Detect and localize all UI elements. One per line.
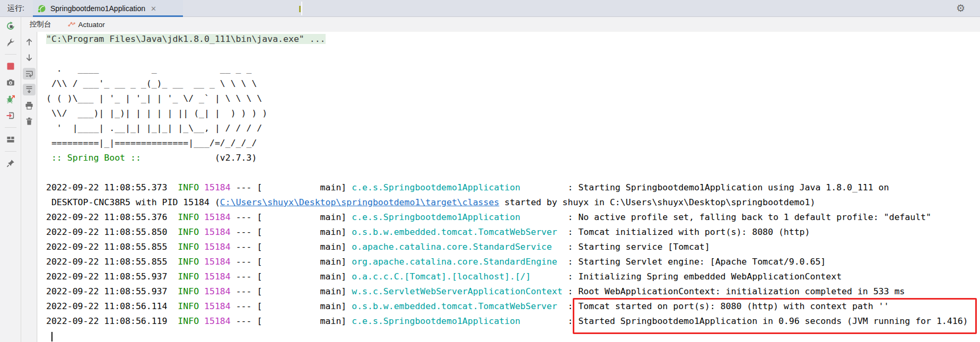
console-output[interactable]: "C:\Program Files\Java\jdk1.8.0_111\bin\… (38, 32, 980, 342)
spring-banner-line: /\\ / ___'_ __ _ _(_)_ __ __ _ \ \ \ \ (46, 76, 980, 91)
close-icon[interactable]: ✕ (151, 5, 156, 13)
log-line: 2022-09-22 11:08:55.937 INFO 15184 --- [… (46, 269, 980, 284)
wrench-icon[interactable] (4, 37, 17, 48)
rerun-button[interactable] (4, 20, 17, 32)
restart-debug-bug-icon[interactable] (4, 93, 17, 105)
file-link[interactable]: C:\Users\shuyx\Desktop\springbootdemo1\t… (220, 197, 500, 207)
run-tool-window-header: 运行: Springbootdemo1Application ✕ ⚙ (0, 0, 980, 17)
run-tab-springbootdemo1application[interactable]: Springbootdemo1Application ✕ (33, 0, 183, 17)
log-line: 2022-09-22 11:08:55.376 INFO 15184 --- [… (46, 210, 980, 225)
layout-settings-icon[interactable] (4, 134, 17, 145)
console-gutter-toolbar (21, 32, 37, 342)
gear-icon[interactable]: ⚙ (956, 2, 965, 14)
toolbar-divider (5, 151, 16, 152)
log-line: 2022-09-22 11:08:55.855 INFO 15184 --- [… (46, 255, 980, 269)
tab-console-label: 控制台 (30, 20, 51, 29)
log-line: 2022-09-22 11:08:56.119 INFO 15184 --- [… (46, 314, 980, 329)
log-wrap-line: DESKTOP-CNC38R5 with PID 15184 (C:\Users… (46, 195, 980, 210)
console-view-tabs: 控制台 Actuator (21, 17, 980, 32)
run-toolbar (0, 17, 21, 342)
pin-icon[interactable] (4, 157, 17, 169)
tab-strip-caret (299, 6, 301, 12)
spring-banner-footer: :: Spring Boot :: (v2.7.3) (46, 151, 980, 165)
log-line: 2022-09-22 11:08:56.114 INFO 15184 --- [… (46, 299, 980, 314)
blank-line (46, 47, 980, 62)
stop-button[interactable] (4, 60, 17, 72)
log-line: 2022-09-22 11:08:55.937 INFO 15184 --- [… (46, 284, 980, 299)
tab-actuator-label: Actuator (78, 21, 105, 29)
tab-console[interactable]: 控制台 (30, 17, 51, 32)
toolbar-divider (5, 127, 16, 128)
spring-banner-line: ( ( )\___ | '_ | '_| | '_ \/ _` | \ \ \ … (46, 91, 980, 106)
soft-wrap-toggle[interactable] (23, 68, 36, 80)
command-line: "C:\Program Files\Java\jdk1.8.0_111\bin\… (46, 32, 980, 47)
scroll-down-icon[interactable] (23, 52, 36, 64)
print-icon[interactable] (23, 100, 36, 111)
spring-boot-leaf-icon (37, 4, 46, 13)
console-caret (51, 332, 52, 341)
console-lines: "C:\Program Files\Java\jdk1.8.0_111\bin\… (38, 32, 980, 342)
scroll-up-icon[interactable] (23, 36, 36, 48)
spring-banner-line: =========|_|==============|___/=/_/_/_/ (46, 136, 980, 151)
spring-banner-line: ' |____| .__|_| |_|_| |_\__, | / / / / (46, 121, 980, 136)
blank-line (46, 165, 980, 180)
spring-banner-line: \\/ ___)| |_)| | | | | || (_| | ) ) ) ) (46, 106, 980, 121)
log-line: 2022-09-22 11:08:55.850 INFO 15184 --- [… (46, 225, 980, 240)
scroll-to-end-toggle[interactable] (23, 84, 36, 95)
exit-icon[interactable] (4, 110, 17, 121)
thread-dump-camera-icon[interactable] (4, 77, 17, 89)
run-tab-title: Springbootdemo1Application (50, 4, 145, 13)
tab-actuator[interactable]: Actuator (67, 17, 105, 32)
spring-banner-line: . ____ _ __ _ _ (46, 62, 980, 76)
run-label: 运行: (7, 4, 24, 13)
clear-console-trash-icon[interactable] (23, 116, 36, 127)
actuator-graph-icon (67, 20, 76, 29)
tab-strip-splitter (301, 2, 302, 15)
log-line: 2022-09-22 11:08:55.855 INFO 15184 --- [… (46, 240, 980, 255)
toolbar-divider (5, 54, 16, 55)
log-line: 2022-09-22 11:08:55.373 INFO 15184 --- [… (46, 180, 980, 195)
cursor-line (46, 329, 980, 342)
